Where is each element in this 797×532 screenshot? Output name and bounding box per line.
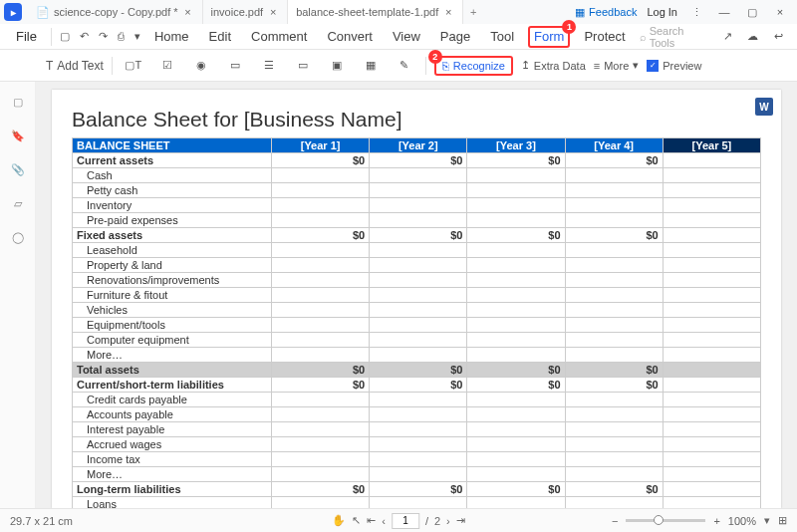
login-button[interactable]: Log In [647,6,677,18]
select-tool-icon[interactable]: ↖ [352,514,361,527]
radio-icon[interactable]: ◉ [188,55,214,77]
menu-form[interactable]: Form 1 [528,26,570,48]
cloud-icon[interactable]: ☁ [744,28,762,46]
year-1: [Year 1] [272,138,370,153]
bookmarks-icon[interactable]: 🔖 [8,126,28,145]
cell-value: $0 [272,363,370,378]
menu-tool[interactable]: Tool [484,29,520,44]
tab-invoice[interactable]: invoice.pdf × [203,0,289,24]
row-label: Property & land [73,258,272,273]
button-icon[interactable]: ▭ [290,55,316,77]
more-button[interactable]: ≡ More ▾ [594,59,639,72]
close-window-icon[interactable]: × [771,3,789,21]
share-icon[interactable]: ↗ [718,28,736,46]
close-icon[interactable]: × [182,6,194,18]
row-label: Credit cards payable [73,393,272,407]
cell-value [565,422,663,437]
menu-home[interactable]: Home [148,29,195,44]
menu-edit[interactable]: Edit [203,29,237,44]
menu-view[interactable]: View [387,29,426,44]
page-input[interactable] [392,513,419,529]
preview-toggle[interactable]: ✓ Preview [647,60,701,72]
cell-value [272,213,370,228]
image-field-icon[interactable]: ▣ [324,55,350,77]
row-label: Computer equipment [73,333,272,348]
row-label: Cash [73,168,272,183]
cell-value [467,168,565,183]
cell-value [663,333,760,348]
page-area[interactable]: W Balance Sheet for [Business Name] BALA… [36,82,797,508]
recognize-button[interactable]: 2 ⎘ Recognize [434,56,513,76]
maximize-icon[interactable]: ▢ [743,3,761,21]
add-tab-button[interactable]: + [463,6,483,18]
tab-science[interactable]: 📄 science-copy - Copy.pdf * × [28,0,203,24]
cell-value [272,318,370,333]
file-menu[interactable]: File [10,29,43,44]
menubar: File ▢ ↶ ↷ ⎙ ▾ Home Edit Comment Convert… [0,24,797,50]
zoom-out-icon[interactable]: − [612,515,618,527]
last-page-icon[interactable]: ⇥ [456,514,465,527]
cell-value [467,303,565,318]
cell-value [467,288,565,303]
feedback-button[interactable]: ▦ Feedback [575,6,637,19]
cell-value [663,168,760,183]
row-label: Fixed assets [73,228,272,243]
attachments-icon[interactable]: 📎 [8,159,28,179]
list-icon[interactable]: ☰ [256,55,282,77]
cell-value [370,497,467,509]
close-icon[interactable]: × [442,6,454,18]
cell-value [565,452,663,467]
cell-value [272,258,370,273]
menu-protect[interactable]: Protect [578,29,631,44]
cell-value [370,348,467,363]
cell-value: $0 [565,482,663,497]
row-label: Inventory [73,198,272,213]
menu-page[interactable]: Page [434,29,476,44]
cell-value [467,198,565,213]
menu-comment[interactable]: Comment [245,29,313,44]
cell-value [467,258,565,273]
date-field-icon[interactable]: ▦ [358,55,384,77]
zoom-slider[interactable] [626,519,705,522]
wrap-icon[interactable]: ↩ [769,28,787,46]
cell-value: $0 [467,378,565,393]
zoom-thumb[interactable] [654,515,664,525]
tab-balance-sheet[interactable]: balance-sheet-template-1.pdf × [288,0,463,24]
cell-value [467,407,565,422]
extra-data-button[interactable]: ↥ Extra Data [521,59,586,72]
undo-icon[interactable]: ↶ [80,30,89,43]
word-export-icon[interactable]: W [755,98,773,116]
next-page-icon[interactable]: › [446,515,450,527]
redo-icon[interactable]: ↷ [99,30,108,43]
print-icon[interactable]: ⎙ [118,30,125,43]
left-sidebar: ▢ 🔖 📎 ▱ ◯ [0,82,36,508]
zoom-in-icon[interactable]: + [713,515,719,527]
dropdown-icon[interactable]: ▾ [134,30,140,43]
menu-convert[interactable]: Convert [321,29,379,44]
close-icon[interactable]: × [267,6,279,18]
text-field-icon[interactable]: ▢T [121,55,146,77]
cell-value: $0 [370,482,467,497]
row-label: Current/short-term liabilities [73,378,272,393]
callout-badge-1: 1 [562,20,576,34]
add-text-button[interactable]: T Add Text [46,55,104,77]
comments-icon[interactable]: ◯ [8,227,28,247]
fit-page-icon[interactable]: ⊞ [778,514,787,527]
prev-page-icon[interactable]: ‹ [382,515,386,527]
hand-tool-icon[interactable]: ✋ [332,514,346,527]
cell-value: $0 [272,378,370,393]
menu-icon[interactable]: ⋮ [687,3,705,21]
save-icon[interactable]: ▢ [60,30,70,43]
search-tools[interactable]: ⌕ Search Tools [640,25,711,49]
signature-icon[interactable]: ✎ [392,55,417,77]
row-label: Accounts payable [73,407,272,422]
checkbox-icon[interactable]: ☑ [154,55,180,77]
dropdown-field-icon[interactable]: ▭ [222,55,248,77]
zoom-dropdown-icon[interactable]: ▾ [764,514,770,527]
layers-icon[interactable]: ▱ [8,193,28,213]
thumbnails-icon[interactable]: ▢ [8,92,28,112]
year-3: [Year 3] [467,138,565,153]
cell-value [467,467,565,482]
minimize-icon[interactable]: — [715,3,733,21]
first-page-icon[interactable]: ⇤ [367,514,376,527]
